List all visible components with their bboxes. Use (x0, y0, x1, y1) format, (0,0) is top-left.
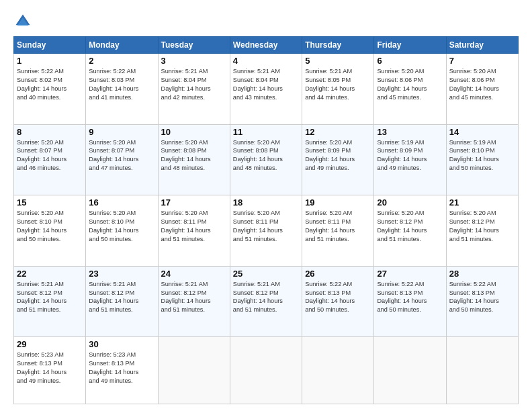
table-row: 2 Sunrise: 5:22 AMSunset: 8:03 PMDayligh… (86, 54, 158, 125)
empty-cell (374, 337, 446, 404)
table-row: 16 Sunrise: 5:20 AMSunset: 8:10 PMDaylig… (86, 195, 158, 267)
table-row: 20 Sunrise: 5:20 AMSunset: 8:12 PMDaylig… (374, 195, 446, 267)
table-row: 27 Sunrise: 5:22 AMSunset: 8:13 PMDaylig… (374, 266, 446, 337)
table-row: 18 Sunrise: 5:20 AMSunset: 8:11 PMDaylig… (230, 195, 302, 267)
table-row: 22 Sunrise: 5:21 AMSunset: 8:12 PMDaylig… (14, 266, 86, 337)
table-row: 5 Sunrise: 5:21 AMSunset: 8:05 PMDayligh… (302, 54, 374, 125)
table-row: 21 Sunrise: 5:20 AMSunset: 8:12 PMDaylig… (446, 195, 518, 267)
calendar-week-row: 1 Sunrise: 5:22 AMSunset: 8:02 PMDayligh… (14, 54, 519, 125)
table-row: 7 Sunrise: 5:20 AMSunset: 8:06 PMDayligh… (446, 54, 518, 125)
table-row: 26 Sunrise: 5:22 AMSunset: 8:13 PMDaylig… (302, 266, 374, 337)
calendar-week-row: 15 Sunrise: 5:20 AMSunset: 8:10 PMDaylig… (14, 195, 519, 267)
empty-cell (230, 337, 302, 404)
calendar-week-row: 29 Sunrise: 5:23 AMSunset: 8:13 PMDaylig… (14, 337, 519, 404)
table-row: 13 Sunrise: 5:19 AMSunset: 8:09 PMDaylig… (374, 124, 446, 195)
col-friday: Friday (374, 37, 446, 54)
table-row: 23 Sunrise: 5:21 AMSunset: 8:12 PMDaylig… (86, 266, 158, 337)
col-sunday: Sunday (14, 37, 86, 54)
table-row: 4 Sunrise: 5:21 AMSunset: 8:04 PMDayligh… (230, 54, 302, 125)
table-row: 8 Sunrise: 5:20 AMSunset: 8:07 PMDayligh… (14, 124, 86, 195)
table-row: 14 Sunrise: 5:19 AMSunset: 8:10 PMDaylig… (446, 124, 518, 195)
col-saturday: Saturday (446, 37, 518, 54)
empty-cell (158, 337, 230, 404)
empty-cell (302, 337, 374, 404)
calendar-table: Sunday Monday Tuesday Wednesday Thursday… (13, 36, 519, 404)
calendar-week-row: 8 Sunrise: 5:20 AMSunset: 8:07 PMDayligh… (14, 124, 519, 195)
table-row: 11 Sunrise: 5:20 AMSunset: 8:08 PMDaylig… (230, 124, 302, 195)
table-row: 30 Sunrise: 5:23 AMSunset: 8:13 PMDaylig… (86, 337, 158, 404)
table-row: 1 Sunrise: 5:22 AMSunset: 8:02 PMDayligh… (14, 54, 86, 125)
col-thursday: Thursday (302, 37, 374, 54)
col-tuesday: Tuesday (158, 37, 230, 54)
table-row: 12 Sunrise: 5:20 AMSunset: 8:09 PMDaylig… (302, 124, 374, 195)
table-row: 9 Sunrise: 5:20 AMSunset: 8:07 PMDayligh… (86, 124, 158, 195)
table-row: 6 Sunrise: 5:20 AMSunset: 8:06 PMDayligh… (374, 54, 446, 125)
logo (13, 12, 35, 31)
table-row: 17 Sunrise: 5:20 AMSunset: 8:11 PMDaylig… (158, 195, 230, 267)
table-row: 10 Sunrise: 5:20 AMSunset: 8:08 PMDaylig… (158, 124, 230, 195)
table-row: 29 Sunrise: 5:23 AMSunset: 8:13 PMDaylig… (14, 337, 86, 404)
table-row: 15 Sunrise: 5:20 AMSunset: 8:10 PMDaylig… (14, 195, 86, 267)
header-row: Sunday Monday Tuesday Wednesday Thursday… (14, 37, 519, 54)
logo-icon (13, 12, 32, 31)
table-row: 28 Sunrise: 5:22 AMSunset: 8:13 PMDaylig… (446, 266, 518, 337)
empty-cell (446, 337, 518, 404)
table-row: 24 Sunrise: 5:21 AMSunset: 8:12 PMDaylig… (158, 266, 230, 337)
calendar-week-row: 22 Sunrise: 5:21 AMSunset: 8:12 PMDaylig… (14, 266, 519, 337)
table-row: 25 Sunrise: 5:21 AMSunset: 8:12 PMDaylig… (230, 266, 302, 337)
col-monday: Monday (86, 37, 158, 54)
table-row: 3 Sunrise: 5:21 AMSunset: 8:04 PMDayligh… (158, 54, 230, 125)
header (13, 12, 519, 31)
page: Sunday Monday Tuesday Wednesday Thursday… (0, 0, 532, 411)
col-wednesday: Wednesday (230, 37, 302, 54)
table-row: 19 Sunrise: 5:20 AMSunset: 8:11 PMDaylig… (302, 195, 374, 267)
